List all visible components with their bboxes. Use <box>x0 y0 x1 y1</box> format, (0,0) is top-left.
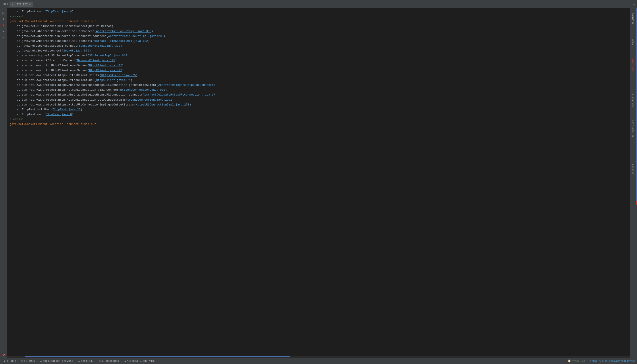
console-line: at sun.net.www.http.HttpClient.openServe… <box>7 68 630 73</box>
stop-button[interactable]: ■ <box>1 22 6 28</box>
console-line: at sun.net.www.protocol.https.AbstractDe… <box>7 92 630 97</box>
console-line: at java.net.AbstractPlainSocketImpl.conn… <box>7 34 630 39</box>
console-scrollbar[interactable] <box>7 356 630 358</box>
console-line: at TttpTest.main(TttpTest.java:8) <box>7 112 630 117</box>
link-httpsurlconnection-250[interactable]: HttpsURLConnectionImpl.java:250 <box>136 103 189 106</box>
tab-asmplugin[interactable]: ASMPlugin <box>630 56 635 74</box>
messages-tab[interactable]: ✉ 0: Messages <box>97 359 121 363</box>
right-scroll-error <box>636 200 637 204</box>
todo-status-tab[interactable]: ☑ 6: TODO <box>19 359 37 363</box>
terminal-label: Terminal <box>81 360 94 363</box>
tab-testcode[interactable]: testcode <box>630 162 635 178</box>
alibaba-icon: ☁ <box>124 359 126 363</box>
pin-icon[interactable]: 📌 <box>1 352 6 358</box>
console-line: at java.net.AbstractPlainSocketImpl.doCo… <box>7 29 630 34</box>
tab-structure[interactable]: Structure <box>630 91 635 109</box>
wrap-icon[interactable]: ⏎ <box>1 35 6 40</box>
console-line: at sun.net.www.protocol.http.HttpURLConn… <box>7 88 630 92</box>
messages-label: 0: Messages <box>101 360 119 363</box>
run-panel-toolbar: ▶ ↓ ■ ⊙ ⏎ 📌 <box>0 8 7 358</box>
link-httpclient-527[interactable]: HttpClient.java:527 <box>89 69 122 72</box>
tab-maven[interactable]: Maven <box>630 36 635 47</box>
status-bar: ▶ 4: Run ☑ 6: TODO ▭ Application Servers… <box>0 358 637 364</box>
scroll-down-icon[interactable]: ↓ <box>1 16 6 22</box>
link-httpsclient-371[interactable]: HttpsClient.java:371 <box>96 78 131 82</box>
top-bar-right: ⋮ — <box>626 2 635 7</box>
link-httpurlconnection-932[interactable]: HttpURLConnection.java:932 <box>120 88 165 92</box>
play-button[interactable]: ▶ <box>1 10 6 16</box>
tab-favorites[interactable]: 2: Favorites <box>630 118 635 140</box>
link-httpsclient-275[interactable]: HttpsClient.java:275 <box>101 74 136 77</box>
run-tab-label: TttpTest <box>15 3 28 6</box>
app-servers-icon: ▭ <box>40 359 42 363</box>
console-line: at TttpTest.httpPost(TttpTest.java:26) <box>7 107 630 112</box>
alibaba-tab[interactable]: ☁ Alibaba Cloud View <box>122 359 158 363</box>
link-abstractdelegate-long[interactable]: AbstractDelegateHttpsURLConnectio <box>158 83 215 87</box>
status-bar-right: 📋 Event Log https://blog.csdn.net/dataiy… <box>565 359 635 363</box>
link-networkclient-175[interactable]: NetworkClient.java:175 <box>77 59 115 62</box>
run-tab-close[interactable]: × <box>29 3 31 6</box>
console-line: at sun.net.NetworkClient.doConnect(Netwo… <box>7 58 630 63</box>
tab-database[interactable]: Database <box>630 10 635 27</box>
link-abstractplain-200[interactable]: AbstractPlainSocketImpl.java:200 <box>108 34 164 38</box>
event-log-tab[interactable]: 📋 Event Log <box>565 359 587 363</box>
run-status-label: 4: Run <box>7 360 16 363</box>
console-line: at java.net.Socket.connect(Socket.java:5… <box>7 48 630 53</box>
console-line: at sun.net.www.protocol.https.HttpsURLCo… <box>7 102 630 107</box>
console-container: at TttpTest.main(TttpTest.java:8) succes… <box>7 8 630 358</box>
link-tttptest-26[interactable]: TttpTest.java:26 <box>53 108 81 111</box>
link-tttptest-8[interactable]: TttpTest.java:8 <box>46 10 72 13</box>
console-line: at sun.net.www.protocol.https.AbstractDe… <box>7 83 630 88</box>
terminal-tab[interactable]: ▭ Terminal <box>76 359 96 363</box>
run-label: Run: <box>2 3 8 6</box>
run-status-icon: ▶ <box>4 359 6 363</box>
more-icon[interactable]: ⋮ <box>626 2 630 7</box>
minimize-icon[interactable]: — <box>633 2 635 6</box>
main-area: ▶ ↓ ■ ⊙ ⏎ 📌 at TttpTest.main(TttpTest.ja… <box>0 8 637 358</box>
alibaba-label: Alibaba Cloud View <box>127 360 156 363</box>
event-log-label: Event Log <box>572 360 585 362</box>
right-scroll-strip <box>636 8 637 200</box>
console-line: at TttpTest.main(TttpTest.java:8) <box>7 9 630 14</box>
console-line-exception: java.net.SocketTimeoutException: connect… <box>7 19 630 24</box>
console-line: at sun.net.www.http.HttpClient.openServe… <box>7 63 630 68</box>
run-tab[interactable]: ▶ TttpTest × <box>10 2 33 7</box>
link-socks-392[interactable]: SocksSocketImpl.java:392 <box>79 44 120 48</box>
todo-icon: ☑ <box>21 359 23 363</box>
console-line: at sun.security.ssl.SSLSocketImpl.connec… <box>7 53 630 58</box>
link-tttptest-main-8[interactable]: TttpTest.java:8 <box>46 113 72 116</box>
app-servers-tab[interactable]: ▭ Application Servers <box>38 359 75 363</box>
link-httpclient-432[interactable]: HttpClient.java:432 <box>89 64 122 67</box>
console-line-exception2: java.net.SocketTimeoutException: connect… <box>7 122 630 127</box>
link-abstractplain-182[interactable]: AbstractPlainSocketImpl.java:182 <box>93 39 148 43</box>
link-socket-579[interactable]: Socket.java:579 <box>63 49 89 52</box>
console-line-success: success! <box>7 14 630 19</box>
console-line: at java.net.SocksSocketImpl.connect(Sock… <box>7 44 630 48</box>
event-log-icon: 📋 <box>568 359 571 363</box>
status-url[interactable]: https://blog.csdn.net/dataiyang <box>590 360 635 362</box>
console-line: at java.net.AbstractPlainSocketImpl.conn… <box>7 39 630 44</box>
console-output[interactable]: at TttpTest.main(TttpTest.java:8) succes… <box>7 8 630 356</box>
run-status-tab[interactable]: ▶ 4: Run <box>2 359 18 363</box>
link-abstractdelegate-connect[interactable]: AbstractDelegateHttpsURLConnection.java:… <box>143 93 215 96</box>
console-line-success2: success! <box>7 117 630 122</box>
app-servers-label: Application Servers <box>43 360 73 363</box>
link-abstractplain-339[interactable]: AbstractPlainSocketImpl.java:339 <box>96 30 151 33</box>
terminal-icon: ▭ <box>78 359 80 363</box>
right-sidebar: Database Maven ASMPlugin Structure 2: Fa… <box>630 8 637 358</box>
messages-icon: ✉ <box>99 359 101 363</box>
console-scrollbar-thumb <box>25 356 290 357</box>
run-tab-icon: ▶ <box>12 2 14 6</box>
top-bar: Run: ▶ TttpTest × ⋮ — <box>0 0 637 8</box>
console-line: at sun.net.www.protocol.https.HttpsClien… <box>7 78 630 83</box>
console-line: at sun.net.www.protocol.http.HttpURLConn… <box>7 98 630 102</box>
link-httpurlconnection-1091[interactable]: HttpURLConnection.java:1091 <box>126 98 172 102</box>
camera-icon[interactable]: ⊙ <box>1 29 6 34</box>
console-line: at sun.net.www.protocol.https.HttpsClien… <box>7 73 630 78</box>
todo-label: 6: TODO <box>24 360 35 363</box>
link-ssl-618[interactable]: SSLSocketImpl.java:618 <box>89 54 127 57</box>
console-line: at java.net.PlainSocketImpl.socketConnec… <box>7 24 630 29</box>
